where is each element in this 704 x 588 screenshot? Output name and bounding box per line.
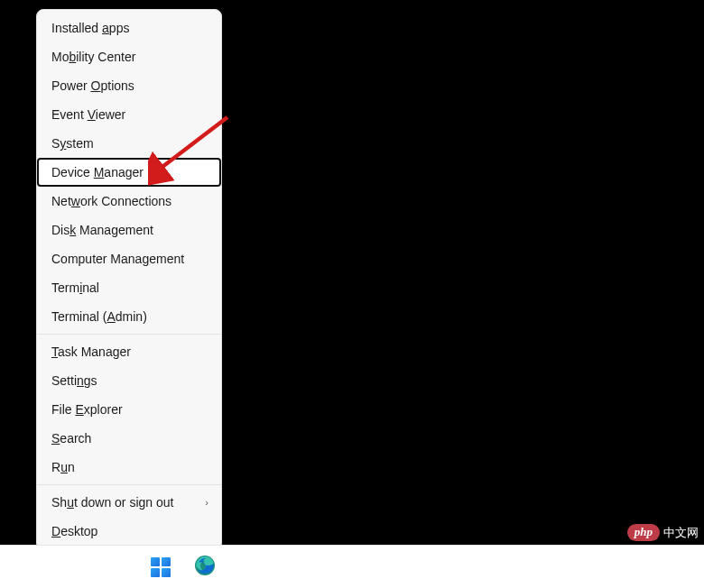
- menu-item-network-connections[interactable]: Network Connections: [37, 187, 221, 216]
- menu-separator: [37, 484, 221, 485]
- menu-item-shutdown[interactable]: Shut down or sign out›: [37, 488, 221, 517]
- menu-item-label: Shut down or sign out: [51, 495, 173, 510]
- menu-item-file-explorer[interactable]: File Explorer: [37, 395, 221, 424]
- menu-item-event-viewer[interactable]: Event Viewer: [37, 100, 221, 129]
- menu-item-label: Computer Management: [51, 252, 184, 266]
- menu-item-search[interactable]: Search: [37, 424, 221, 453]
- menu-item-computer-management[interactable]: Computer Management: [37, 244, 221, 273]
- menu-item-device-manager[interactable]: Device Manager: [37, 158, 221, 187]
- menu-item-label: Network Connections: [51, 194, 171, 208]
- php-badge: php: [627, 524, 660, 541]
- menu-item-label: Desktop: [51, 524, 97, 538]
- menu-item-disk-management[interactable]: Disk Management: [37, 216, 221, 244]
- menu-item-task-manager[interactable]: Task Manager: [37, 337, 221, 366]
- menu-item-label: Terminal (Admin): [51, 309, 147, 324]
- edge-icon[interactable]: [194, 555, 216, 579]
- menu-item-label: Disk Management: [51, 223, 153, 237]
- menu-item-settings[interactable]: Settings: [37, 366, 221, 395]
- menu-item-label: Installed apps: [51, 21, 129, 35]
- menu-item-label: Settings: [51, 373, 97, 388]
- menu-item-label: Search: [51, 431, 91, 446]
- taskbar: [0, 545, 704, 588]
- menu-item-label: File Explorer: [51, 402, 123, 417]
- menu-item-installed-apps[interactable]: Installed apps: [37, 14, 221, 42]
- menu-item-label: Terminal: [51, 280, 99, 295]
- menu-item-desktop[interactable]: Desktop: [37, 517, 221, 546]
- start-button[interactable]: [151, 557, 171, 577]
- menu-item-run[interactable]: Run: [37, 453, 221, 482]
- menu-item-label: System: [51, 136, 94, 151]
- menu-item-system[interactable]: System: [37, 129, 221, 158]
- menu-item-terminal[interactable]: Terminal: [37, 273, 221, 302]
- menu-item-mobility-center[interactable]: Mobility Center: [37, 42, 221, 71]
- menu-item-label: Run: [51, 460, 75, 474]
- menu-item-label: Device Manager: [51, 165, 144, 179]
- winx-context-menu: Installed appsMobility CenterPower Optio…: [36, 9, 222, 550]
- menu-item-label: Event Viewer: [51, 107, 125, 122]
- menu-item-power-options[interactable]: Power Options: [37, 71, 221, 100]
- menu-item-label: Power Options: [51, 78, 134, 93]
- watermark-text: 中文网: [663, 525, 699, 541]
- menu-item-terminal-admin[interactable]: Terminal (Admin): [37, 302, 221, 331]
- menu-item-label: Mobility Center: [51, 50, 135, 64]
- chevron-right-icon: ›: [205, 497, 208, 508]
- menu-separator: [37, 334, 221, 335]
- menu-item-label: Task Manager: [51, 345, 131, 359]
- watermark: php 中文网: [627, 524, 699, 541]
